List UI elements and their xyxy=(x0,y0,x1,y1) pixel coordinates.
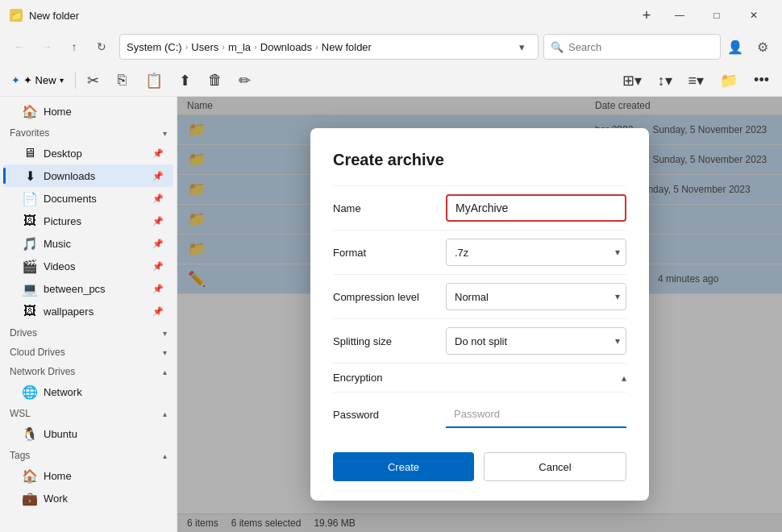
format-label: Format xyxy=(333,247,446,259)
paste-button[interactable]: 📋 xyxy=(139,68,169,94)
sidebar-item-tag-work[interactable]: 💼 Work xyxy=(3,487,173,509)
delete-button[interactable]: 🗑 xyxy=(202,68,229,94)
new-label: ✦ New xyxy=(23,74,56,86)
sidebar-item-videos[interactable]: 🎬 Videos 📌 xyxy=(3,255,173,277)
wsl-label: WSL xyxy=(10,408,31,419)
sidebar-item-music[interactable]: 🎵 Music 📌 xyxy=(3,232,173,255)
crumb-downloads: Downloads xyxy=(260,41,312,53)
drives-section-header[interactable]: Drives ▾ xyxy=(0,322,177,342)
favorites-label: Favorites xyxy=(10,127,49,139)
search-box[interactable]: 🔍 xyxy=(543,34,721,60)
separator xyxy=(75,73,76,89)
new-tab-button[interactable]: + xyxy=(632,4,661,27)
sidebar-documents-label: Documents xyxy=(44,193,97,205)
encryption-chevron-icon: ▴ xyxy=(622,372,626,384)
close-button[interactable]: ✕ xyxy=(735,4,772,27)
format-select[interactable]: .7z .zip .tar .gz .bz2 xyxy=(446,239,626,266)
drives-chevron-icon: ▾ xyxy=(163,329,167,338)
more-button[interactable]: ••• xyxy=(747,68,776,94)
dialog-title: Create archive xyxy=(333,151,626,169)
new-chevron-icon: ▾ xyxy=(60,76,64,85)
name-input[interactable] xyxy=(446,194,626,222)
sidebar-item-tag-home[interactable]: 🏠 Home xyxy=(3,464,173,487)
refresh-button[interactable]: ↻ xyxy=(89,34,114,60)
favorites-section-header[interactable]: Favorites ▾ xyxy=(0,123,177,142)
create-button[interactable]: Create xyxy=(333,452,474,481)
rename-button[interactable]: ✏ xyxy=(232,68,258,94)
cancel-button[interactable]: Cancel xyxy=(484,452,626,481)
wallpapers-icon: 🖼 xyxy=(23,304,37,318)
sidebar-item-documents[interactable]: 📄 Documents 📌 xyxy=(3,187,173,210)
sidebar-videos-label: Videos xyxy=(44,260,76,272)
file-area: Name Date created 📁 ber 2023Sunday, 5 No… xyxy=(177,97,782,532)
format-row: Format .7z .zip .tar .gz .bz2 ▾ xyxy=(333,230,626,274)
copy-button[interactable]: ⎘ xyxy=(110,68,135,94)
forward-button[interactable]: → xyxy=(34,34,60,60)
sidebar-item-network[interactable]: 🌐 Network xyxy=(3,380,173,403)
new-button[interactable]: ✦ ✦ New ▾ xyxy=(6,68,70,94)
wsl-section-header[interactable]: WSL ▴ xyxy=(0,403,177,422)
sidebar-desktop-label: Desktop xyxy=(44,148,82,160)
compression-field: Store Fastest Fast Normal Maximum Ultra … xyxy=(446,283,626,310)
cloud-drives-section-header[interactable]: Cloud Drives ▾ xyxy=(0,342,177,361)
maximize-button[interactable]: □ xyxy=(698,4,735,27)
sidebar-item-downloads[interactable]: ⬇ Downloads 📌 xyxy=(3,164,173,187)
pin-icon-between: 📌 xyxy=(152,284,164,294)
sidebar-item-home[interactable]: 🏠 Home xyxy=(3,100,173,123)
sidebar-item-wallpapers[interactable]: 🖼 wallpapers 📌 xyxy=(3,300,173,322)
favorites-chevron-icon: ▾ xyxy=(163,129,167,138)
home-icon: 🏠 xyxy=(23,104,37,118)
share-button[interactable]: ⬆ xyxy=(173,68,198,94)
cut-button[interactable]: ✂ xyxy=(81,68,106,94)
encryption-row[interactable]: Encryption ▴ xyxy=(333,363,626,392)
compression-select[interactable]: Store Fastest Fast Normal Maximum Ultra xyxy=(446,283,626,310)
pin-icon-wallpapers: 📌 xyxy=(152,306,164,317)
videos-icon: 🎬 xyxy=(23,259,37,273)
network-drives-label: Network Drives xyxy=(10,366,75,377)
profile-button[interactable]: 👤 xyxy=(722,34,748,60)
sidebar-wallpapers-label: wallpapers xyxy=(44,305,94,318)
settings-button[interactable]: ⚙ xyxy=(750,34,776,60)
network-drives-section-header[interactable]: Network Drives ▴ xyxy=(0,361,177,380)
title-bar: 📁 New folder + — □ ✕ xyxy=(0,0,782,29)
name-label: Name xyxy=(333,202,446,214)
pin-icon-videos: 📌 xyxy=(152,261,164,272)
tag-home-icon: 🏠 xyxy=(23,468,37,483)
wsl-chevron-icon: ▴ xyxy=(163,409,167,418)
title-bar-left: 📁 New folder xyxy=(10,9,79,22)
pin-icon: 📌 xyxy=(152,148,164,159)
sidebar-tag-work-label: Work xyxy=(44,493,68,505)
search-input[interactable] xyxy=(568,41,713,53)
compression-row: Compression level Store Fastest Fast Nor… xyxy=(333,274,626,318)
pictures-icon: 🖼 xyxy=(23,214,37,228)
sidebar-item-between-pcs[interactable]: 💻 between_pcs 📌 xyxy=(3,277,173,300)
splitting-row: Splitting size Do not split 10 MB 25 MB … xyxy=(333,318,626,363)
sidebar-item-pictures[interactable]: 🖼 Pictures 📌 xyxy=(3,210,173,232)
sidebar-network-label: Network xyxy=(44,386,82,398)
layout-button[interactable]: ≡▾ xyxy=(682,68,711,94)
password-input[interactable] xyxy=(446,401,626,428)
sort-button[interactable]: ↕▾ xyxy=(651,68,679,94)
splitting-label: Splitting size xyxy=(333,335,446,347)
create-archive-dialog: Create archive Name Format .7z .zip xyxy=(310,128,649,501)
view-toggle-button[interactable]: ⊞▾ xyxy=(616,68,648,94)
splitting-select[interactable]: Do not split 10 MB 25 MB 50 MB 100 MB Cu… xyxy=(446,327,626,355)
sidebar-item-ubuntu[interactable]: 🐧 Ubuntu xyxy=(3,422,173,445)
sidebar-item-desktop[interactable]: 🖥 Desktop 📌 xyxy=(3,142,173,164)
minimize-button[interactable]: — xyxy=(661,4,698,27)
back-button[interactable]: ← xyxy=(6,34,32,60)
address-dropdown[interactable]: ▾ xyxy=(512,41,531,53)
address-bar[interactable]: System (C:) › Users › m_la › Downloads ›… xyxy=(119,34,539,60)
encryption-label: Encryption xyxy=(333,372,622,384)
pin-icon-music: 📌 xyxy=(152,239,164,249)
format-field: .7z .zip .tar .gz .bz2 ▾ xyxy=(446,239,626,266)
password-label: Password xyxy=(333,409,446,421)
tags-section-header[interactable]: Tags ▴ xyxy=(0,445,177,464)
compression-label: Compression level xyxy=(333,291,446,303)
password-row: Password xyxy=(333,392,626,436)
sidebar-pictures-label: Pictures xyxy=(44,215,81,227)
folder-options-button[interactable]: 📁 xyxy=(713,68,744,94)
crumb-system: System (C:) xyxy=(127,41,182,53)
cloud-chevron-icon: ▾ xyxy=(163,348,167,357)
up-button[interactable]: ↑ xyxy=(61,34,87,60)
